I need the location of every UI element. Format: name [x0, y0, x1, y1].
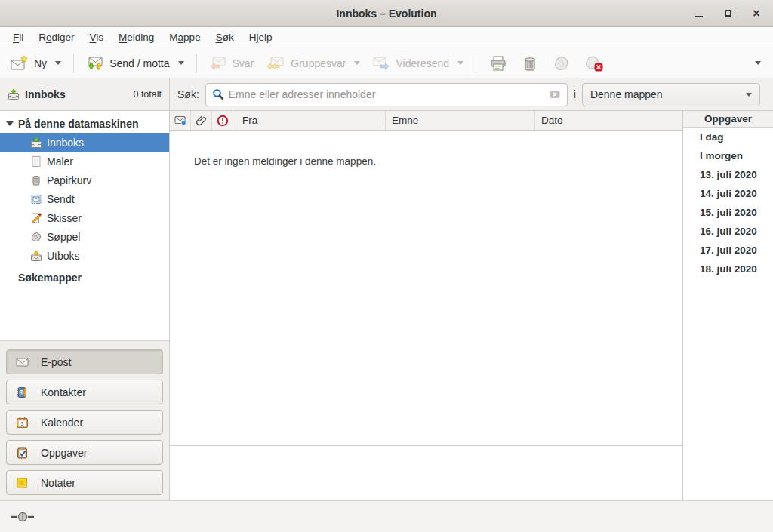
- clear-search-icon[interactable]: [549, 88, 561, 100]
- close-icon: ×: [753, 8, 759, 20]
- search-area: Søk: i Denne mappen: [170, 78, 773, 110]
- column-subject[interactable]: Emne: [386, 111, 535, 130]
- tree-root-search-folders[interactable]: Søkemapper: [0, 268, 169, 287]
- window-controls: ×: [690, 0, 765, 26]
- folder-junk[interactable]: Søppel: [0, 227, 169, 246]
- current-folder-name: Innboks: [25, 88, 66, 100]
- toolbar-overflow-button[interactable]: [747, 57, 768, 69]
- switcher-mail-button[interactable]: E-post: [6, 349, 163, 374]
- toolbar: Ny Send / motta Svar: [0, 48, 773, 78]
- junk-button[interactable]: [546, 51, 577, 75]
- task-row-date[interactable]: 13. juli 2020: [683, 165, 773, 184]
- expander-icon[interactable]: [6, 121, 14, 126]
- send-receive-dropdown-caret[interactable]: [178, 61, 184, 65]
- task-row-date[interactable]: 15. juli 2020: [683, 203, 773, 222]
- preview-pane: [170, 446, 682, 500]
- combo-caret-icon: [746, 93, 752, 97]
- menu-edit[interactable]: Rediger: [32, 29, 81, 46]
- overflow-caret-icon: [755, 61, 761, 65]
- search-scope-combo[interactable]: Denne mappen: [582, 83, 760, 106]
- print-button[interactable]: [482, 51, 514, 75]
- templates-icon: [30, 155, 42, 168]
- not-junk-icon: [584, 55, 604, 72]
- read-status-icon: [174, 115, 186, 126]
- print-icon: [489, 55, 507, 72]
- switcher-tasks-button[interactable]: Oppgaver: [6, 440, 163, 465]
- minimize-button[interactable]: [690, 5, 708, 23]
- tasks-icon: [16, 447, 29, 459]
- junk-icon: [30, 231, 42, 243]
- group-reply-dropdown-caret[interactable]: [354, 61, 360, 65]
- task-row-date[interactable]: 16. juli 2020: [683, 222, 773, 241]
- delete-button[interactable]: [514, 51, 546, 75]
- search-input[interactable]: [229, 88, 544, 100]
- folder-inbox[interactable]: Innboks: [0, 133, 169, 152]
- task-row-tomorrow[interactable]: I morgen: [683, 146, 773, 165]
- new-message-button[interactable]: Ny: [5, 51, 67, 75]
- inbox-icon: [8, 88, 20, 100]
- close-button[interactable]: ×: [747, 5, 765, 23]
- folder-outbox[interactable]: Utboks: [0, 246, 169, 265]
- send-receive-button[interactable]: Send / motta: [80, 51, 189, 75]
- empty-folder-message: Det er ingen meldinger i denne mappen.: [194, 155, 376, 167]
- menu-folder[interactable]: Mappe: [162, 29, 207, 46]
- task-row-date[interactable]: 14. juli 2020: [683, 184, 773, 203]
- attachment-icon: [196, 115, 207, 127]
- inbox-icon: [30, 137, 42, 149]
- menu-message[interactable]: Melding: [112, 29, 161, 46]
- search-row: Innboks 0 totalt Søk: i Denne mappen: [0, 78, 773, 111]
- outbox-icon: [30, 250, 42, 262]
- menu-help[interactable]: Hjelp: [242, 29, 279, 46]
- task-row-date[interactable]: 18. juli 2020: [683, 260, 773, 278]
- new-dropdown-caret[interactable]: [55, 61, 61, 65]
- message-list-header: Fra Emne Dato: [170, 111, 682, 131]
- forward-icon: [372, 55, 390, 72]
- folder-sent[interactable]: Sendt: [0, 189, 169, 208]
- task-row-today[interactable]: I dag: [683, 128, 773, 146]
- reply-button[interactable]: Svar: [203, 51, 260, 75]
- column-date[interactable]: Dato: [535, 111, 682, 130]
- column-read-status[interactable]: [170, 111, 191, 130]
- search-scope-value: Denne mappen: [590, 88, 663, 100]
- svg-text:3: 3: [21, 420, 24, 426]
- online-status-icon[interactable]: [11, 512, 35, 522]
- message-list-body[interactable]: Det er ingen meldinger i denne mappen.: [170, 131, 682, 445]
- drafts-icon: [30, 212, 42, 224]
- window-title: Innboks – Evolution: [0, 8, 773, 20]
- svg-text:@: @: [19, 390, 23, 395]
- menu-file[interactable]: Fil: [6, 29, 30, 46]
- junk-icon: [553, 55, 571, 72]
- switcher-contacts-button[interactable]: @ Kontakter: [6, 380, 163, 404]
- mail-icon: [16, 356, 29, 368]
- tasks-pane-header[interactable]: Oppgaver: [683, 111, 773, 128]
- message-list-pane: Fra Emne Dato Det er ingen meldinger i d…: [170, 111, 682, 500]
- switcher-memos-button[interactable]: Notater: [6, 470, 163, 495]
- forward-button[interactable]: Videresend: [366, 51, 470, 75]
- tree-root-on-this-computer[interactable]: På denne datamaskinen: [0, 115, 169, 133]
- task-row-date[interactable]: 17. juli 2020: [683, 241, 773, 260]
- forward-dropdown-caret[interactable]: [457, 61, 463, 65]
- folder-header: Innboks 0 totalt: [0, 78, 170, 110]
- not-junk-button[interactable]: [577, 51, 611, 75]
- column-from[interactable]: Fra: [233, 111, 386, 130]
- menu-view[interactable]: Vis: [83, 29, 111, 46]
- search-entry[interactable]: [205, 83, 568, 106]
- menu-search[interactable]: Søk: [209, 29, 241, 46]
- column-attachment[interactable]: [191, 111, 212, 130]
- folder-templates[interactable]: Maler: [0, 152, 169, 171]
- maximize-icon: [725, 10, 731, 17]
- column-important[interactable]: [212, 111, 233, 130]
- group-reply-button[interactable]: Gruppesvar: [260, 51, 366, 75]
- search-label: Søk:: [177, 88, 199, 100]
- search-icon: [212, 88, 224, 100]
- status-bar: [0, 500, 773, 532]
- switcher-calendar-button[interactable]: 3 Kalender: [6, 410, 163, 435]
- folder-drafts[interactable]: Skisser: [0, 208, 169, 227]
- folder-message-count: 0 totalt: [133, 89, 162, 100]
- view-switcher: E-post @ Kontakter: [0, 340, 169, 500]
- maximize-button[interactable]: [719, 5, 737, 23]
- new-mail-icon: [11, 55, 29, 72]
- folder-trash[interactable]: Papirkurv: [0, 171, 169, 189]
- group-reply-icon: [266, 55, 285, 72]
- search-scope-label: i: [574, 88, 576, 100]
